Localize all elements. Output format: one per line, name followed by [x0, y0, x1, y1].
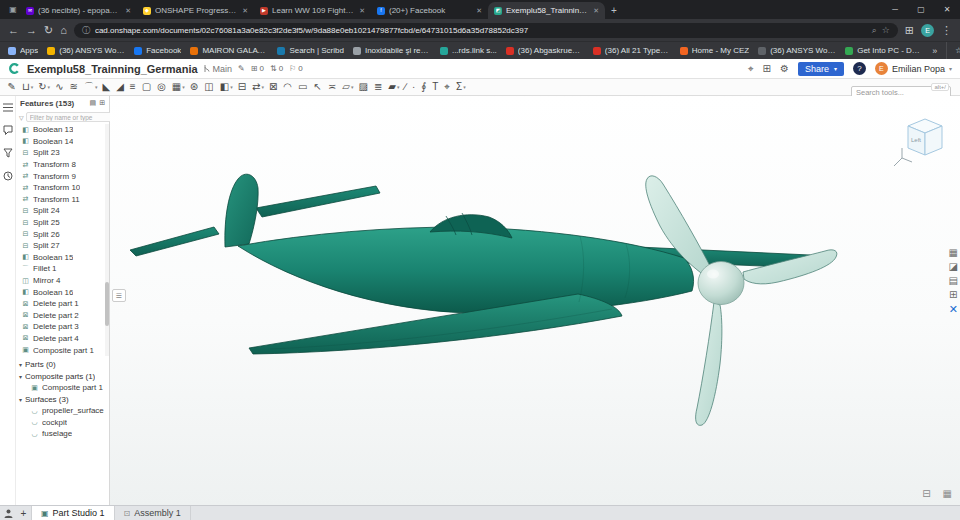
feature-item[interactable]: ⇄ Transform 11 — [16, 194, 110, 206]
toolbar-tool-icon[interactable]: ▨ — [356, 79, 371, 95]
filter-icon[interactable]: ▽ — [19, 114, 24, 121]
tree-group-parts[interactable]: ▾ Parts (0) — [16, 359, 110, 371]
user-menu[interactable]: E Emilian Popa ▾ — [875, 62, 952, 75]
toolbar-tool-icon[interactable]: ⊠ — [266, 79, 280, 95]
feature-item[interactable]: ⊠ Delete part 4 — [16, 333, 110, 345]
bookmark-item[interactable]: Home - My CEZ — [680, 46, 749, 55]
propeller-spinner[interactable] — [698, 262, 744, 305]
tree-item[interactable]: ◡ fuselage — [16, 428, 110, 440]
bookmark-item[interactable]: (36) Abgaskruemme... — [506, 46, 584, 55]
feature-item[interactable]: ⊟ Split 26 — [16, 228, 110, 240]
feature-filter-input[interactable] — [26, 112, 122, 122]
tree-item[interactable]: ◡ cockpit — [16, 417, 110, 429]
view-cube[interactable]: Left — [892, 110, 950, 170]
chevron-down-icon[interactable]: ▾ — [19, 396, 22, 403]
history-clock-icon[interactable] — [3, 171, 13, 181]
url-text[interactable]: cad.onshape.com/documents/02c76081a3a0e8… — [95, 26, 867, 35]
bookmarks-overflow-icon[interactable]: » — [932, 46, 937, 56]
feature-item[interactable]: ⌒ Fillet 1 — [16, 263, 110, 275]
toolbar-tool-icon[interactable]: ⌖ — [442, 79, 454, 95]
follow-mode-icon[interactable] — [0, 506, 16, 520]
toolbar-tool-icon[interactable]: ∿ — [53, 79, 67, 95]
toolbar-tool-icon[interactable]: ∮ — [419, 79, 430, 95]
tree-group-surfaces[interactable]: ▾ Surfaces (3) — [16, 394, 110, 406]
share-button[interactable]: Share ▾ — [798, 62, 844, 76]
feature-item[interactable]: ⊟ Split 24 — [16, 205, 110, 217]
feature-item[interactable]: ⊟ Split 23 — [16, 147, 110, 159]
airplane-model[interactable] — [110, 96, 960, 505]
drawing-sheet-icon[interactable]: ▤ — [949, 276, 958, 286]
browser-tab-active[interactable]: ◩ Exemplu58_Trainning_Germania ✕ — [488, 2, 605, 19]
chevron-down-icon[interactable]: ▾ — [19, 373, 22, 380]
tab-assembly-1[interactable]: ⊡ Assembly 1 — [115, 506, 191, 520]
search-icon[interactable]: ⌕ — [872, 25, 877, 36]
tree-group-composite-parts[interactable]: ▾ Composite parts (1) — [16, 371, 110, 383]
chrome-menu-icon[interactable]: ⋮ — [941, 25, 952, 36]
toolbar-tool-icon[interactable]: ▦ ▾ — [169, 79, 187, 95]
bookmark-item[interactable]: Apps — [8, 46, 38, 55]
bookmark-star-icon[interactable]: ☆ — [882, 25, 890, 35]
toolbar-tool-icon[interactable]: ◠ — [281, 79, 296, 95]
toolbar-tool-icon[interactable]: ↻ ▾ — [36, 79, 53, 95]
feature-list-scrollbar[interactable] — [105, 124, 109, 356]
document-title[interactable]: Exemplu58_Trainning_Germania — [27, 63, 198, 75]
bookmark-item[interactable]: Search | Scribd — [277, 46, 344, 55]
toolbar-tool-icon[interactable]: ≍ — [325, 79, 339, 95]
toolbar-tool-icon[interactable]: ▱ ▾ — [340, 79, 356, 95]
toolbar-tool-icon[interactable]: ⇄ ▾ — [250, 79, 267, 95]
share-caret-icon[interactable]: ▾ — [834, 65, 837, 72]
grid-icon[interactable]: ▦ — [943, 489, 952, 499]
toolbar-tool-icon[interactable]: ▢ — [139, 79, 154, 95]
help-button[interactable]: ? — [853, 62, 866, 75]
x-marker-icon[interactable]: ✕ — [949, 304, 958, 315]
toolbar-tool-icon[interactable]: ⊟ — [235, 79, 249, 95]
toolbar-tool-icon[interactable]: ≋ — [67, 79, 81, 95]
bookmark-item[interactable]: MAIRON GALATI SA — [190, 46, 268, 55]
browser-tab-1[interactable]: ✉ (36 necibte) - epopa3000@yah... ✕ — [20, 2, 137, 19]
feature-item[interactable]: ▣ Composite part 1 — [16, 344, 110, 356]
settings-gear-icon[interactable]: ⚙ — [780, 63, 789, 74]
feature-list-view-icon[interactable]: ▤ — [90, 99, 97, 107]
tree-item[interactable]: ◡ propeller_surface — [16, 405, 110, 417]
versions-counter[interactable]: ⊞ 0 — [251, 64, 264, 73]
feature-list-icon[interactable] — [3, 103, 13, 112]
tab-close-icon[interactable]: ✕ — [125, 7, 131, 15]
minimize-button[interactable]: ─ — [882, 0, 908, 19]
feature-item[interactable]: ⇄ Transform 9 — [16, 170, 110, 182]
propeller-blade-down[interactable] — [696, 302, 722, 425]
toolbar-tool-icon[interactable]: ≡ — [127, 79, 139, 95]
home-icon[interactable]: ⌂ — [60, 25, 67, 36]
feature-item[interactable]: ⊠ Delete part 2 — [16, 310, 110, 322]
panel-collapse-handle[interactable]: ☰ — [112, 289, 126, 302]
toolbar-tool-icon[interactable]: T — [430, 79, 442, 95]
add-tab-button[interactable]: + — [16, 506, 32, 520]
toolbar-tool-icon[interactable]: ◧ ▾ — [217, 79, 235, 95]
toolbar-tool-icon[interactable]: ◢ — [114, 79, 128, 95]
toolbar-tool-icon[interactable]: ≣ — [371, 79, 385, 95]
bookmark-item[interactable]: (36) All 21 Types of... — [593, 46, 671, 55]
feature-item[interactable]: ⊟ Split 27 — [16, 240, 110, 252]
tab-close-icon[interactable]: ✕ — [476, 7, 482, 15]
feature-item[interactable]: ◫ Mirror 4 — [16, 275, 110, 287]
bookmark-item[interactable]: Facebook — [134, 46, 181, 55]
reload-icon[interactable]: ↻ — [44, 25, 53, 36]
changes-counter[interactable]: ⇅ 0 — [270, 64, 283, 73]
tailplane-port[interactable] — [130, 227, 219, 256]
feature-item[interactable]: ◧ Boolean 15 — [16, 252, 110, 264]
close-button[interactable]: ✕ — [934, 0, 960, 19]
print-icon[interactable]: ⊟ — [922, 489, 930, 499]
maximize-button[interactable]: ▢ — [908, 0, 934, 19]
tab-close-icon[interactable]: ✕ — [242, 7, 248, 15]
browser-tab-3[interactable]: ▶ Learn WW 109 Fighter Plane F... ✕ — [254, 2, 371, 19]
feature-item[interactable]: ◧ Boolean 16 — [16, 286, 110, 298]
bookmark-item[interactable]: Get Into PC - Downl... — [845, 46, 923, 55]
chrome-profile-avatar[interactable]: E — [921, 24, 934, 37]
forward-icon[interactable]: → — [26, 25, 37, 36]
chevron-down-icon[interactable]: ▾ — [19, 361, 22, 368]
bookmark-item[interactable]: (36) ANSYS Workbe... — [758, 46, 836, 55]
toolbar-tool-icon[interactable]: ∙ — [410, 79, 419, 95]
toolbar-tool-icon[interactable]: ⊔ ▾ — [19, 79, 35, 95]
back-icon[interactable]: ← — [8, 25, 19, 36]
render-options-icon[interactable]: ▦ — [949, 248, 958, 258]
comments-counter[interactable]: ⚐ 0 — [289, 64, 303, 73]
